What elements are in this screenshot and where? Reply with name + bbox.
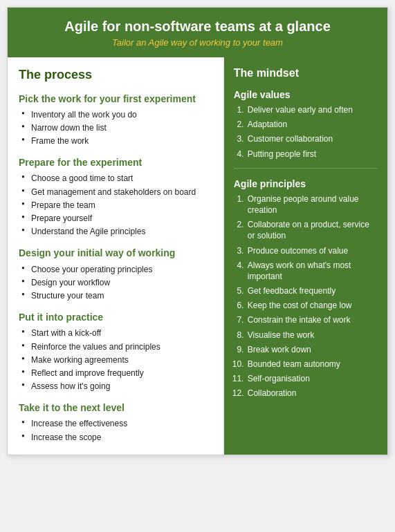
principles-list: Organise people around value creationCol… (234, 193, 378, 399)
step-4: Put it into practiceStart with a kick-of… (19, 311, 214, 392)
step-5-item-2: Increase the scope (21, 432, 214, 443)
step-1-title: Pick the work for your first experiment (19, 93, 214, 105)
principle-item-4: Always work on what's most important (246, 260, 378, 282)
step-5-list: Increase the effectivenessIncrease the s… (19, 418, 214, 442)
step-4-item-4: Reflect and improve frequently (21, 368, 214, 379)
principle-item-8: Visualise the work (246, 330, 378, 341)
step-3-list: Choose your operating principlesDesign y… (19, 264, 214, 302)
step-4-item-1: Start with a kick-off (21, 327, 214, 339)
step-4-item-2: Reinforce the values and principles (21, 341, 214, 352)
steps-container: Pick the work for your first experimentI… (19, 93, 214, 443)
card: Agile for non-software teams at a glance… (7, 7, 388, 455)
step-4-title: Put it into practice (19, 311, 214, 323)
principles-title: Agile principles (234, 178, 378, 189)
right-column: The mindset Agile values Deliver value e… (224, 57, 387, 455)
principle-item-12: Collaboration (246, 388, 378, 399)
step-1: Pick the work for your first experimentI… (19, 93, 214, 147)
step-2-item-2: Get management and stakeholders on board (21, 187, 214, 198)
header: Agile for non-software teams at a glance… (8, 8, 387, 57)
step-2-item-1: Choose a good time to start (21, 173, 214, 184)
principle-item-11: Self-organisation (246, 373, 378, 384)
step-2-title: Prepare for the experiment (19, 156, 214, 169)
principle-item-2: Collaborate on a product, service or sol… (246, 219, 378, 241)
subtitle: Tailor an Agile way of working to your t… (21, 37, 374, 48)
divider (234, 168, 378, 169)
value-item-3: Customer collaboration (246, 133, 378, 144)
step-2: Prepare for the experimentChoose a good … (19, 156, 214, 237)
principle-item-1: Organise people around value creation (246, 193, 378, 216)
value-item-2: Adaptation (246, 119, 378, 130)
step-3-item-1: Choose your operating principles (21, 264, 214, 275)
right-section-title: The mindset (234, 67, 378, 79)
step-3: Design your initial way of workingChoose… (19, 247, 214, 301)
body: The process Pick the work for your first… (8, 57, 387, 455)
principle-item-5: Get feedback frequently (246, 285, 378, 296)
step-2-item-5: Understand the Agile principles (21, 226, 214, 237)
step-3-title: Design your initial way of working (19, 247, 214, 259)
step-5-item-1: Increase the effectiveness (21, 418, 214, 429)
step-2-list: Choose a good time to startGet managemen… (19, 173, 214, 237)
step-1-item-2: Narrow down the list (21, 122, 214, 133)
left-section-title: The process (19, 67, 214, 83)
step-5: Take it to the next levelIncrease the ef… (19, 401, 214, 443)
step-2-item-4: Prepare yourself (21, 213, 214, 224)
principle-item-9: Break work down (246, 344, 378, 355)
principle-item-6: Keep the cost of change low (246, 300, 378, 311)
step-4-item-3: Make working agreements (21, 354, 214, 365)
left-column: The process Pick the work for your first… (8, 57, 224, 455)
value-item-4: Putting people first (246, 149, 378, 160)
step-1-list: Inventory all the work you doNarrow down… (19, 109, 214, 147)
step-1-item-1: Inventory all the work you do (21, 109, 214, 120)
step-4-item-5: Assess how it's going (21, 381, 214, 392)
principle-item-7: Constrain the intake of work (246, 314, 378, 325)
step-3-item-2: Design your workflow (21, 277, 214, 288)
step-1-item-3: Frame the work (21, 135, 214, 146)
step-3-item-3: Structure your team (21, 290, 214, 301)
main-title: Agile for non-software teams at a glance (21, 19, 374, 35)
values-title: Agile values (234, 89, 378, 100)
principle-item-10: Bounded team autonomy (246, 359, 378, 370)
step-5-title: Take it to the next level (19, 401, 214, 414)
step-4-list: Start with a kick-offReinforce the value… (19, 327, 214, 392)
principle-item-3: Produce outcomes of value (246, 245, 378, 256)
step-2-item-3: Prepare the team (21, 200, 214, 211)
value-item-1: Deliver value early and often (246, 104, 378, 115)
values-list: Deliver value early and oftenAdaptationC… (234, 104, 378, 160)
